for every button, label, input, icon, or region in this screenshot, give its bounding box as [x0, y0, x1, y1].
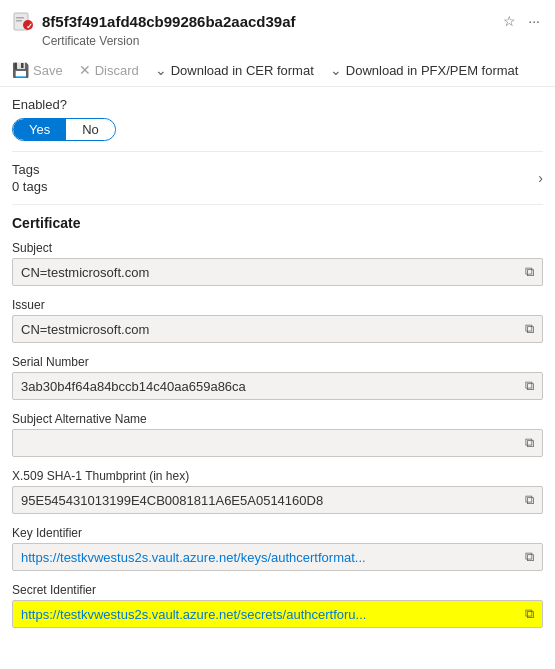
download-cer-label: Download in CER format [171, 63, 314, 78]
svg-rect-2 [16, 20, 22, 22]
secret-identifier-label: Secret Identifier [12, 583, 543, 597]
thumbprint-input-row: 95E545431013199E4CB0081811A6E5A0514160D8… [12, 486, 543, 514]
tags-content: Tags 0 tags [12, 162, 538, 194]
serial-number-value: 3ab30b4f64a84bccb14c40aa659a86ca [21, 379, 519, 394]
secret-identifier-input-row: https://testkvwestus2s.vault.azure.net/s… [12, 600, 543, 628]
subject-copy-icon[interactable]: ⧉ [525, 264, 534, 280]
secret-identifier-copy-icon[interactable]: ⧉ [525, 606, 534, 622]
page-subtitle: Certificate Version [0, 34, 555, 54]
issuer-input-row: CN=testmicrosoft.com ⧉ [12, 315, 543, 343]
key-identifier-copy-icon[interactable]: ⧉ [525, 549, 534, 565]
download-cer-button[interactable]: ⌄ Download in CER format [155, 58, 314, 82]
certificate-icon: ✓ [12, 10, 34, 32]
subject-field-group: Subject CN=testmicrosoft.com ⧉ [0, 235, 555, 292]
page-header: ✓ 8f5f3f491afd48cb99286ba2aacd39af ☆ ··· [0, 0, 555, 34]
subject-alt-name-input-row: ⧉ [12, 429, 543, 457]
subject-alt-name-copy-icon[interactable]: ⧉ [525, 435, 534, 451]
subject-alt-name-field-group: Subject Alternative Name ⧉ [0, 406, 555, 463]
svg-rect-1 [16, 17, 24, 19]
save-button[interactable]: 💾 Save [12, 58, 63, 82]
secret-identifier-value[interactable]: https://testkvwestus2s.vault.azure.net/s… [21, 607, 519, 622]
tags-label: Tags [12, 162, 538, 177]
tags-row[interactable]: Tags 0 tags › [0, 152, 555, 204]
key-identifier-field-group: Key Identifier https://testkvwestus2s.va… [0, 520, 555, 577]
svg-text:✓: ✓ [26, 22, 33, 31]
certificate-section-title: Certificate [0, 205, 555, 235]
page-title: 8f5f3f491afd48cb99286ba2aacd39af [42, 13, 492, 30]
download-pfx-icon: ⌄ [330, 62, 342, 78]
no-toggle[interactable]: No [66, 119, 115, 140]
enabled-section: Enabled? Yes No [0, 87, 555, 151]
subject-alt-name-label: Subject Alternative Name [12, 412, 543, 426]
issuer-field-group: Issuer CN=testmicrosoft.com ⧉ [0, 292, 555, 349]
enabled-toggle[interactable]: Yes No [12, 118, 116, 141]
save-label: Save [33, 63, 63, 78]
discard-button[interactable]: ✕ Discard [79, 58, 139, 82]
pin-icon[interactable]: ☆ [500, 11, 519, 31]
toolbar: 💾 Save ✕ Discard ⌄ Download in CER forma… [0, 54, 555, 87]
discard-icon: ✕ [79, 62, 91, 78]
header-icons: ☆ ··· [500, 11, 543, 31]
save-icon: 💾 [12, 62, 29, 78]
serial-number-input-row: 3ab30b4f64a84bccb14c40aa659a86ca ⧉ [12, 372, 543, 400]
tags-chevron-icon: › [538, 170, 543, 186]
download-pfx-button[interactable]: ⌄ Download in PFX/PEM format [330, 58, 519, 82]
discard-label: Discard [95, 63, 139, 78]
thumbprint-value: 95E545431013199E4CB0081811A6E5A0514160D8 [21, 493, 519, 508]
thumbprint-field-group: X.509 SHA-1 Thumbprint (in hex) 95E54543… [0, 463, 555, 520]
download-pfx-label: Download in PFX/PEM format [346, 63, 519, 78]
serial-number-label: Serial Number [12, 355, 543, 369]
secret-identifier-field-group: Secret Identifier https://testkvwestus2s… [0, 577, 555, 634]
serial-number-field-group: Serial Number 3ab30b4f64a84bccb14c40aa65… [0, 349, 555, 406]
issuer-label: Issuer [12, 298, 543, 312]
issuer-value: CN=testmicrosoft.com [21, 322, 519, 337]
download-cer-icon: ⌄ [155, 62, 167, 78]
yes-toggle[interactable]: Yes [13, 119, 66, 140]
subject-label: Subject [12, 241, 543, 255]
subject-value: CN=testmicrosoft.com [21, 265, 519, 280]
subject-input-row: CN=testmicrosoft.com ⧉ [12, 258, 543, 286]
tags-value: 0 tags [12, 179, 538, 194]
key-identifier-input-row: https://testkvwestus2s.vault.azure.net/k… [12, 543, 543, 571]
thumbprint-copy-icon[interactable]: ⧉ [525, 492, 534, 508]
more-options-icon[interactable]: ··· [525, 11, 543, 31]
key-identifier-value[interactable]: https://testkvwestus2s.vault.azure.net/k… [21, 550, 519, 565]
key-identifier-label: Key Identifier [12, 526, 543, 540]
issuer-copy-icon[interactable]: ⧉ [525, 321, 534, 337]
serial-number-copy-icon[interactable]: ⧉ [525, 378, 534, 394]
enabled-label: Enabled? [12, 97, 543, 112]
thumbprint-label: X.509 SHA-1 Thumbprint (in hex) [12, 469, 543, 483]
